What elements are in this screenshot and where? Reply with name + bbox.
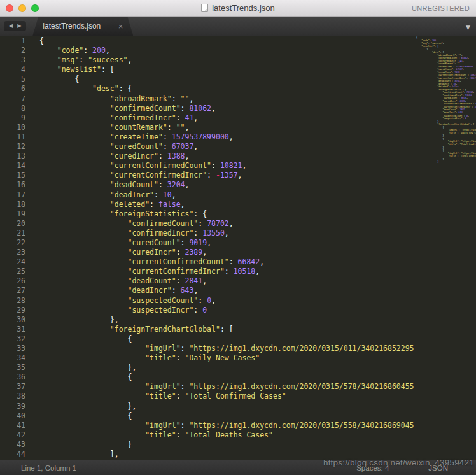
code-line: { — [39, 411, 415, 421]
line-number: 27 — [0, 286, 25, 295]
syntax-setting-button[interactable]: JSON — [428, 464, 448, 472]
line-number: 22 — [0, 238, 25, 248]
status-right: Spaces: 4 JSON — [356, 464, 476, 472]
code-line: "createTime": 1579537899000, — [39, 132, 415, 142]
line-number: 36 — [0, 372, 25, 382]
code-line: }, — [39, 363, 415, 372]
code-editor[interactable]: { "code": 200, "msg": "success", "newsli… — [31, 36, 415, 460]
indent-setting-button[interactable]: Spaces: 4 — [356, 464, 389, 472]
zoom-window-button[interactable] — [31, 4, 39, 12]
code-line: "confirmedIncr": 41, — [39, 113, 415, 123]
code-line: "title": "Total Confirmed Cases" — [39, 392, 415, 401]
line-number: 30 — [0, 315, 25, 325]
line-numbers: 1234567891011121314151617181920212223242… — [0, 36, 31, 460]
code-line: "deadIncr": 10, — [39, 190, 415, 200]
line-number: 9 — [0, 113, 25, 123]
tab-bar: ◀ ▶ latestTrends.json × ▼ — [0, 17, 476, 36]
line-number: 26 — [0, 276, 25, 286]
line-number: 23 — [0, 248, 25, 257]
status-bar: Line 1, Column 1 Spaces: 4 JSON — [0, 460, 476, 475]
code-line: "currentConfirmedCount": 66842, — [39, 257, 415, 267]
line-number: 29 — [0, 306, 25, 315]
document-icon — [201, 4, 208, 12]
code-line: { — [39, 334, 415, 344]
code-line: "curedCount": 9019, — [39, 238, 415, 248]
code-line: "title": "Total Deaths Cases" — [39, 430, 415, 440]
code-line: ], — [39, 450, 415, 459]
code-line: "foreignStatistics": { — [39, 209, 415, 219]
line-number: 33 — [0, 344, 25, 353]
code-line: "currentConfirmedCount": 10821, — [39, 161, 415, 171]
line-number: 31 — [0, 325, 25, 334]
code-line: "currentConfirmedIncr": 10518, — [39, 267, 415, 276]
code-line: "desc": { — [39, 84, 415, 94]
forward-icon[interactable]: ▶ — [17, 23, 21, 29]
tab-latesttrends-json[interactable]: latestTrends.json × — [32, 17, 133, 36]
line-number: 42 — [0, 430, 25, 440]
tab-overflow-menu-icon[interactable]: ▼ — [466, 24, 470, 31]
line-number: 11 — [0, 132, 25, 142]
back-icon[interactable]: ◀ — [9, 23, 13, 29]
code-line: "foreignTrendChartGlobal": [ — [39, 325, 415, 334]
line-number: 44 — [0, 450, 25, 459]
tab-nav-buttons: ◀ ▶ — [4, 21, 26, 31]
code-line: "countRemark": "", — [39, 123, 415, 132]
line-number: 10 — [0, 123, 25, 132]
line-number: 41 — [0, 421, 25, 430]
code-line: "deadCount": 2841, — [39, 276, 415, 286]
code-line: "curedIncr": 1388, — [39, 152, 415, 161]
code-line: "imgUrl": "https://img1.dxycdn.com/2020/… — [39, 382, 415, 392]
sublime-text-window: latestTrends.json UNREGISTERED ◀ ▶ lates… — [0, 0, 476, 475]
code-line: "deadCount": 3204, — [39, 180, 415, 190]
line-number: 39 — [0, 402, 25, 411]
line-number: 18 — [0, 200, 25, 209]
line-number: 34 — [0, 353, 25, 363]
window-title-area: latestTrends.json — [0, 0, 476, 16]
code-line: "deleted": false, — [39, 200, 415, 209]
line-number: 3 — [0, 55, 25, 65]
code-line: "msg": "success", — [39, 55, 415, 65]
code-line: "imgUrl": "https://img1.dxycdn.com/2020/… — [39, 344, 415, 353]
unregistered-label: UNREGISTERED — [412, 0, 470, 16]
code-line: "confirmedCount": 81062, — [39, 104, 415, 113]
code-line: ], — [416, 160, 476, 164]
line-number: 1 — [0, 36, 25, 46]
line-number: 21 — [0, 229, 25, 238]
code-line: "deadIncr": 643, — [39, 286, 415, 295]
code-line: "suspectedCount": 0, — [39, 296, 415, 306]
code-line: "code": 200, — [39, 46, 415, 55]
code-line: { — [39, 372, 415, 382]
line-number: 16 — [0, 180, 25, 190]
cursor-position-label: Line 1, Column 1 — [0, 464, 76, 472]
line-number: 43 — [0, 440, 25, 450]
line-number: 32 — [0, 334, 25, 344]
minimap[interactable]: { "code": 200, "msg": "success", "newsli… — [415, 36, 476, 460]
code-line: }, — [39, 315, 415, 325]
editor-area: 1234567891011121314151617181920212223242… — [0, 36, 476, 460]
traffic-lights — [0, 4, 39, 12]
close-window-button[interactable] — [6, 4, 13, 12]
line-number: 12 — [0, 142, 25, 152]
code-line: "curedCount": 67037, — [39, 142, 415, 152]
code-line: "curedIncr": 2389, — [39, 248, 415, 257]
tab-close-icon[interactable]: × — [118, 22, 123, 31]
line-number: 5 — [0, 74, 25, 84]
line-number: 2 — [0, 46, 25, 55]
window-title: latestTrends.json — [212, 3, 275, 13]
line-number: 37 — [0, 382, 25, 392]
line-number: 6 — [0, 84, 25, 94]
line-number: 19 — [0, 209, 25, 219]
minimize-window-button[interactable] — [18, 4, 26, 12]
code-line: "abroadRemark": "", — [39, 94, 415, 104]
code-line: "newslist": [ — [39, 65, 415, 74]
line-number: 20 — [0, 219, 25, 229]
code-line: "confirmedIncr": 13550, — [39, 229, 415, 238]
line-number: 13 — [0, 152, 25, 161]
code-line: "suspectedIncr": 0 — [39, 306, 415, 315]
line-number: 7 — [0, 94, 25, 104]
line-number: 14 — [0, 161, 25, 171]
line-number: 40 — [0, 411, 25, 421]
line-number: 4 — [0, 65, 25, 74]
line-number: 24 — [0, 257, 25, 267]
code-line: "title": "Daily New Cases" — [39, 353, 415, 363]
